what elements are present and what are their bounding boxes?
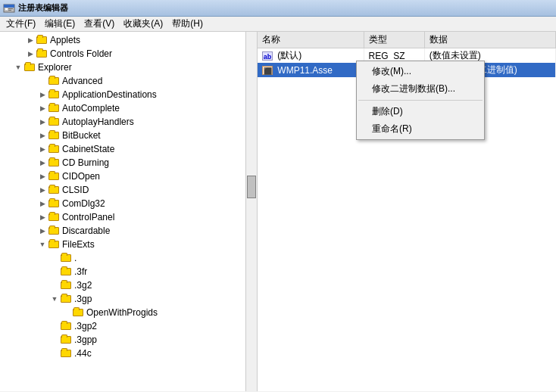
tree-item-cd-burning[interactable]: ▶ CD Burning	[0, 156, 257, 170]
tree-label-autocomplete: AutoComplete	[62, 103, 120, 114]
tree-item-fileexts[interactable]: ▼ FileExts	[0, 238, 257, 251]
expander-bitbucket: ▶	[36, 129, 48, 142]
folder-icon-cidopen	[48, 171, 61, 182]
tree-item-advanced[interactable]: ▶ Advanced	[0, 74, 257, 88]
menu-favorites[interactable]: 收藏夹(A)	[119, 16, 167, 32]
tree-label-3gpp: .3gpp	[74, 334, 97, 345]
context-menu-separator	[358, 100, 483, 101]
right-panel: 名称 类型 数据 ab (默认) REG_SZ (数值未设置)	[258, 32, 556, 391]
folder-icon-dot	[61, 253, 73, 263]
menu-view[interactable]: 查看(V)	[80, 16, 119, 32]
expander-cd-burning: ▶	[36, 157, 48, 169]
folder-icon-fileexts	[48, 239, 61, 250]
menu-bar: 文件(F) 编辑(E) 查看(V) 收藏夹(A) 帮助(H)	[0, 17, 556, 32]
tree-item-openwithprogids[interactable]: ▶ OpenWithProgids	[0, 306, 257, 319]
folder-icon-3fr	[61, 266, 73, 277]
title-bar: 注册表编辑器	[0, 0, 556, 17]
col-header-data: 数据	[424, 32, 555, 48]
tree-item-discardable[interactable]: ▶ Discardable	[0, 224, 257, 238]
tree-item-3gp[interactable]: ▼ .3gp	[0, 292, 257, 306]
tree-item-app-destinations[interactable]: ▶ ApplicationDestinations	[0, 88, 257, 101]
tree-item-3gp2[interactable]: ▶ .3gp2	[0, 319, 257, 333]
context-menu-delete[interactable]: 删除(D)	[357, 103, 484, 120]
tree-label-explorer: Explorer	[38, 62, 72, 73]
expander-explorer: ▼	[12, 61, 24, 73]
icon-bin-wmp11: ⬛	[262, 66, 273, 75]
folder-icon-cabinet-state	[48, 144, 61, 154]
tree-label-3fr: .3fr	[74, 266, 87, 277]
expander-fileexts: ▼	[36, 238, 48, 250]
tree-label-app-destinations: ApplicationDestinations	[62, 89, 157, 100]
tree-item-control-panel[interactable]: ▶ ControlPanel	[0, 210, 257, 224]
tree-scrollbar[interactable]	[245, 32, 257, 391]
window-title: 注册表编辑器	[18, 2, 68, 14]
expander-control-panel: ▶	[36, 211, 48, 223]
expander-3gp: ▼	[48, 293, 61, 305]
tree-item-3fr[interactable]: ▶ .3fr	[0, 265, 257, 278]
tree-label-control-panel: ControlPanel	[62, 212, 114, 222]
tree-label-44c: .44c	[74, 348, 92, 359]
tree-item-cidopen[interactable]: ▶ CIDOpen	[0, 170, 257, 183]
tree-content: ▶ Applets ▶ Controls Folder ▼ Explorer ▶…	[0, 32, 257, 391]
tree-label-cidopen: CIDOpen	[62, 171, 100, 182]
tree-label-discardable: Discardable	[62, 226, 110, 236]
expander-autocomplete: ▶	[36, 102, 48, 114]
folder-icon-openwithprogids	[73, 307, 85, 318]
tree-label-bitbucket: BitBucket	[62, 130, 101, 141]
expander-applets: ▶	[24, 34, 36, 46]
main-area: ▶ Applets ▶ Controls Folder ▼ Explorer ▶…	[0, 32, 556, 391]
folder-icon-control-panel	[48, 212, 61, 222]
scrollbar-thumb[interactable]	[247, 176, 256, 198]
tree-label-openwithprogids: OpenWithProgids	[86, 307, 158, 318]
folder-icon-comdlg32	[48, 198, 61, 209]
menu-edit[interactable]: 编辑(E)	[40, 16, 80, 32]
folder-icon-applets	[36, 35, 48, 45]
tree-panel: ▶ Applets ▶ Controls Folder ▼ Explorer ▶…	[0, 32, 258, 391]
svg-rect-1	[4, 5, 14, 8]
tree-item-comdlg32[interactable]: ▶ ComDlg32	[0, 197, 257, 210]
context-menu-modify-binary[interactable]: 修改二进制数据(B)...	[357, 80, 484, 98]
table-header-row: 名称 类型 数据	[258, 32, 556, 48]
expander-cidopen: ▶	[36, 170, 48, 182]
svg-rect-3	[8, 8, 13, 9]
icon-ab-default: ab	[262, 51, 273, 61]
tree-item-autocomplete[interactable]: ▶ AutoComplete	[0, 101, 257, 115]
folder-icon-3gp	[61, 294, 73, 304]
context-menu-rename[interactable]: 重命名(R)	[357, 120, 484, 138]
folder-icon-autoplay-handlers	[48, 117, 61, 127]
menu-help[interactable]: 帮助(H)	[167, 16, 208, 32]
tree-label-clsid: CLSID	[62, 185, 89, 195]
context-menu-modify[interactable]: 修改(M)...	[357, 63, 484, 80]
tree-item-explorer[interactable]: ▼ Explorer	[0, 61, 257, 74]
tree-label-advanced: Advanced	[62, 76, 102, 86]
tree-item-controls-folder[interactable]: ▶ Controls Folder	[0, 47, 257, 61]
tree-label-applets: Applets	[50, 35, 80, 45]
folder-icon-clsid	[48, 185, 61, 195]
folder-icon-3gpp	[61, 334, 73, 345]
tree-label-3g2: .3g2	[74, 280, 92, 291]
tree-item-autoplay-handlers[interactable]: ▶ AutoplayHandlers	[0, 115, 257, 129]
svg-rect-4	[8, 10, 11, 11]
tree-item-cabinet-state[interactable]: ▶ CabinetState	[0, 142, 257, 156]
expander-controls-folder: ▶	[24, 48, 36, 60]
tree-label-3gp: .3gp	[74, 294, 92, 304]
tree-label-3gp2: .3gp2	[74, 321, 97, 331]
row-name-wmp11: ⬛ WMP11.Asse	[258, 63, 364, 77]
tree-item-bitbucket[interactable]: ▶ BitBucket	[0, 129, 257, 142]
tree-item-clsid[interactable]: ▶ CLSID	[0, 183, 257, 197]
tree-item-44c[interactable]: ▶ .44c	[0, 347, 257, 360]
tree-item-dot[interactable]: ▶ .	[0, 251, 257, 265]
folder-icon-bitbucket	[48, 130, 61, 141]
tree-item-applets[interactable]: ▶ Applets	[0, 33, 257, 47]
tree-item-3gpp[interactable]: ▶ .3gpp	[0, 333, 257, 347]
expander-autoplay-handlers: ▶	[36, 116, 48, 128]
folder-icon-controls-folder	[36, 48, 48, 59]
menu-file[interactable]: 文件(F)	[2, 16, 40, 32]
folder-icon-advanced	[48, 76, 61, 86]
folder-icon-explorer	[24, 62, 36, 73]
folder-icon-3gp2	[61, 321, 73, 331]
expander-discardable: ▶	[36, 225, 48, 237]
tree-item-3g2[interactable]: ▶ .3g2	[0, 278, 257, 292]
tree-label-dot: .	[74, 253, 77, 263]
context-menu: 修改(M)... 修改二进制数据(B)... 删除(D) 重命名(R)	[356, 61, 485, 140]
